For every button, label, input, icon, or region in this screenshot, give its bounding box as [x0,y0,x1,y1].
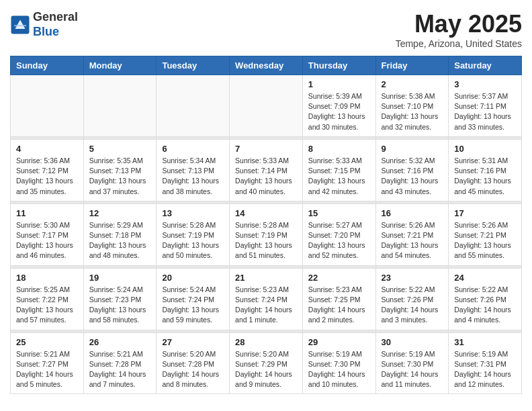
day-info: Sunrise: 5:20 AM Sunset: 7:28 PM Dayligh… [162,349,224,390]
day-number: 16 [382,208,443,218]
weekday-header-thursday: Thursday [302,56,375,75]
week-row-2: 4Sunrise: 5:36 AM Sunset: 7:12 PM Daylig… [11,139,522,201]
calendar-cell: 3Sunrise: 5:37 AM Sunset: 7:11 PM Daylig… [449,75,522,137]
day-info: Sunrise: 5:28 AM Sunset: 7:19 PM Dayligh… [235,220,297,261]
day-number: 4 [16,144,78,154]
title-section: May 2025 Tempe, Arizona, United States [396,10,522,49]
calendar-cell: 15Sunrise: 5:27 AM Sunset: 7:20 PM Dayli… [302,203,375,265]
calendar-cell: 24Sunrise: 5:22 AM Sunset: 7:26 PM Dayli… [449,268,522,330]
calendar-cell: 4Sunrise: 5:36 AM Sunset: 7:12 PM Daylig… [11,139,84,201]
calendar-cell: 9Sunrise: 5:32 AM Sunset: 7:16 PM Daylig… [375,139,449,201]
day-number: 19 [89,273,151,283]
calendar-cell: 22Sunrise: 5:23 AM Sunset: 7:25 PM Dayli… [302,268,375,330]
week-row-4: 18Sunrise: 5:25 AM Sunset: 7:22 PM Dayli… [11,268,522,330]
calendar-cell: 20Sunrise: 5:24 AM Sunset: 7:24 PM Dayli… [157,268,230,330]
day-number: 12 [89,208,151,218]
calendar-cell: 14Sunrise: 5:28 AM Sunset: 7:19 PM Dayli… [230,203,303,265]
day-info: Sunrise: 5:33 AM Sunset: 7:14 PM Dayligh… [235,156,297,197]
logo: General Blue [10,10,78,39]
day-info: Sunrise: 5:23 AM Sunset: 7:25 PM Dayligh… [308,285,370,326]
calendar-cell: 31Sunrise: 5:19 AM Sunset: 7:31 PM Dayli… [449,332,522,394]
day-number: 8 [308,144,370,154]
weekday-header-tuesday: Tuesday [157,56,230,75]
day-info: Sunrise: 5:24 AM Sunset: 7:24 PM Dayligh… [162,285,224,326]
calendar-cell [157,75,230,137]
day-number: 31 [454,337,516,347]
calendar-cell: 2Sunrise: 5:38 AM Sunset: 7:10 PM Daylig… [375,75,449,137]
day-number: 24 [454,273,516,283]
svg-rect-2 [14,25,26,26]
day-number: 26 [89,337,151,347]
day-number: 18 [16,273,78,283]
day-info: Sunrise: 5:22 AM Sunset: 7:26 PM Dayligh… [382,285,443,326]
day-number: 13 [162,208,224,218]
day-info: Sunrise: 5:37 AM Sunset: 7:11 PM Dayligh… [454,91,516,132]
day-info: Sunrise: 5:25 AM Sunset: 7:22 PM Dayligh… [16,285,78,326]
day-info: Sunrise: 5:20 AM Sunset: 7:29 PM Dayligh… [235,349,297,390]
calendar-cell: 13Sunrise: 5:28 AM Sunset: 7:19 PM Dayli… [157,203,230,265]
main-title: May 2025 [396,10,522,38]
day-number: 2 [382,79,443,89]
weekday-header-wednesday: Wednesday [230,56,303,75]
calendar-cell: 5Sunrise: 5:35 AM Sunset: 7:13 PM Daylig… [83,139,157,201]
header: General Blue May 2025 Tempe, Arizona, Un… [10,10,522,49]
calendar-cell: 21Sunrise: 5:23 AM Sunset: 7:24 PM Dayli… [230,268,303,330]
logo-blue-text: Blue [33,25,78,40]
calendar: SundayMondayTuesdayWednesdayThursdayFrid… [10,56,522,394]
day-info: Sunrise: 5:33 AM Sunset: 7:15 PM Dayligh… [308,156,370,197]
day-number: 9 [382,144,443,154]
logo-general-text: General [33,10,78,25]
day-info: Sunrise: 5:22 AM Sunset: 7:26 PM Dayligh… [454,285,516,326]
day-info: Sunrise: 5:26 AM Sunset: 7:21 PM Dayligh… [382,220,443,261]
calendar-cell: 6Sunrise: 5:34 AM Sunset: 7:13 PM Daylig… [157,139,230,201]
day-number: 30 [382,337,443,347]
calendar-cell: 16Sunrise: 5:26 AM Sunset: 7:21 PM Dayli… [375,203,449,265]
day-info: Sunrise: 5:21 AM Sunset: 7:27 PM Dayligh… [16,349,78,390]
calendar-cell: 29Sunrise: 5:19 AM Sunset: 7:30 PM Dayli… [302,332,375,394]
day-number: 10 [454,144,516,154]
day-info: Sunrise: 5:28 AM Sunset: 7:19 PM Dayligh… [162,220,224,261]
day-number: 29 [308,337,370,347]
calendar-cell: 30Sunrise: 5:19 AM Sunset: 7:30 PM Dayli… [375,332,449,394]
calendar-cell: 26Sunrise: 5:21 AM Sunset: 7:28 PM Dayli… [83,332,157,394]
day-number: 11 [16,208,78,218]
day-number: 17 [454,208,516,218]
day-info: Sunrise: 5:36 AM Sunset: 7:12 PM Dayligh… [16,156,78,197]
weekday-header-sunday: Sunday [11,56,84,75]
day-number: 20 [162,273,224,283]
day-info: Sunrise: 5:19 AM Sunset: 7:31 PM Dayligh… [454,349,516,390]
calendar-cell: 12Sunrise: 5:29 AM Sunset: 7:18 PM Dayli… [83,203,157,265]
calendar-cell: 19Sunrise: 5:24 AM Sunset: 7:23 PM Dayli… [83,268,157,330]
day-info: Sunrise: 5:23 AM Sunset: 7:24 PM Dayligh… [235,285,297,326]
day-number: 23 [382,273,443,283]
day-info: Sunrise: 5:19 AM Sunset: 7:30 PM Dayligh… [308,349,370,390]
day-number: 7 [235,144,297,154]
day-info: Sunrise: 5:19 AM Sunset: 7:30 PM Dayligh… [382,349,443,390]
week-row-3: 11Sunrise: 5:30 AM Sunset: 7:17 PM Dayli… [11,203,522,265]
weekday-header-row: SundayMondayTuesdayWednesdayThursdayFrid… [11,56,522,75]
week-row-5: 25Sunrise: 5:21 AM Sunset: 7:27 PM Dayli… [11,332,522,394]
day-number: 1 [308,79,370,89]
day-info: Sunrise: 5:34 AM Sunset: 7:13 PM Dayligh… [162,156,224,197]
weekday-header-monday: Monday [83,56,157,75]
calendar-cell: 7Sunrise: 5:33 AM Sunset: 7:14 PM Daylig… [230,139,303,201]
day-number: 25 [16,337,78,347]
day-number: 15 [308,208,370,218]
calendar-cell: 23Sunrise: 5:22 AM Sunset: 7:26 PM Dayli… [375,268,449,330]
logo-icon [10,15,30,35]
day-number: 3 [454,79,516,89]
calendar-cell: 8Sunrise: 5:33 AM Sunset: 7:15 PM Daylig… [302,139,375,201]
weekday-header-saturday: Saturday [449,56,522,75]
calendar-cell: 18Sunrise: 5:25 AM Sunset: 7:22 PM Dayli… [11,268,84,330]
day-info: Sunrise: 5:39 AM Sunset: 7:09 PM Dayligh… [308,91,370,132]
day-number: 5 [89,144,151,154]
day-number: 28 [235,337,297,347]
day-info: Sunrise: 5:31 AM Sunset: 7:16 PM Dayligh… [454,156,516,197]
calendar-cell: 10Sunrise: 5:31 AM Sunset: 7:16 PM Dayli… [449,139,522,201]
day-info: Sunrise: 5:30 AM Sunset: 7:17 PM Dayligh… [16,220,78,261]
day-number: 6 [162,144,224,154]
calendar-cell [11,75,84,137]
day-info: Sunrise: 5:29 AM Sunset: 7:18 PM Dayligh… [89,220,151,261]
calendar-cell [83,75,157,137]
week-row-1: 1Sunrise: 5:39 AM Sunset: 7:09 PM Daylig… [11,75,522,137]
